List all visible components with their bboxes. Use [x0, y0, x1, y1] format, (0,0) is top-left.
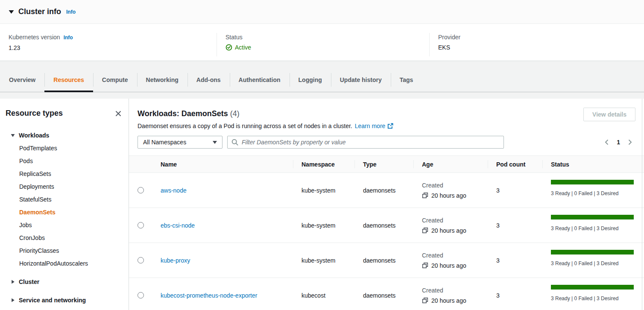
status-summary: 3 Ready | 0 Failed | 3 Desired: [551, 190, 618, 197]
tab-resources[interactable]: Resources: [44, 68, 93, 92]
row-radio-button[interactable]: [138, 222, 144, 228]
kubernetes-version-value: 1.23: [9, 44, 217, 52]
table-row: kubecost-prometheus-node-exporter kubeco…: [129, 278, 644, 310]
tab-authentication[interactable]: Authentication: [230, 68, 290, 92]
cell-type: daemonsets: [354, 278, 413, 310]
search-icon: [231, 139, 238, 146]
caret-right-icon: [11, 280, 15, 284]
daemonset-name-link[interactable]: aws-node: [161, 187, 187, 194]
sidebar-item-priorityclasses[interactable]: PriorityClasses: [0, 244, 129, 257]
cell-age: Created 20 hours ago: [413, 243, 488, 278]
group-workloads: Workloads PodTemplates Pods ReplicaSets …: [0, 129, 129, 270]
table-header-row: Name Namespace Type Age Pod count Status: [129, 155, 644, 173]
main-panel: Workloads: DaemonSets (4) View details D…: [129, 99, 644, 310]
cluster-info-header: Cluster info Info: [0, 0, 644, 24]
group-service-networking: Service and networking: [0, 294, 129, 307]
cell-status: 3 Ready | 0 Failed | 3 Desired: [542, 208, 644, 243]
previous-page-button[interactable]: [601, 137, 612, 148]
copy-icon: [422, 192, 428, 199]
status-text: Active: [235, 43, 251, 52]
cell-pod-count: 3: [488, 278, 542, 310]
status-label: Status: [225, 33, 429, 41]
view-details-button[interactable]: View details: [583, 108, 635, 121]
row-radio-button[interactable]: [138, 257, 144, 263]
pagination: 1: [601, 137, 635, 148]
sidebar-group-workloads[interactable]: Workloads: [0, 129, 129, 142]
status-summary: 3 Ready | 0 Failed | 3 Desired: [551, 295, 618, 302]
table-title: Workloads: DaemonSets (4): [138, 108, 240, 119]
column-header-age: Age: [413, 156, 488, 173]
status-progress-bar: [551, 250, 634, 254]
tab-update-history[interactable]: Update history: [331, 68, 391, 92]
kubernetes-version-info-link[interactable]: Info: [64, 35, 73, 41]
cluster-info-title: Cluster info: [18, 7, 61, 16]
sidebar-item-cronjobs[interactable]: CronJobs: [0, 231, 129, 244]
group-cluster: Cluster: [0, 275, 129, 288]
provider-label: Provider: [438, 33, 644, 41]
cell-type: daemonsets: [354, 173, 413, 208]
row-radio-button[interactable]: [138, 187, 144, 193]
row-radio-button[interactable]: [138, 292, 144, 298]
item-counter: (4): [230, 109, 240, 118]
resource-types-title: Resource types: [6, 109, 63, 118]
next-page-button[interactable]: [624, 137, 635, 148]
tab-tags[interactable]: Tags: [391, 68, 422, 92]
resource-types-tree: Workloads PodTemplates Pods ReplicaSets …: [0, 129, 129, 307]
column-header-namespace: Namespace: [293, 156, 354, 173]
status-summary: 3 Ready | 0 Failed | 3 Desired: [551, 260, 618, 267]
workloads-items: PodTemplates Pods ReplicaSets Deployment…: [0, 142, 129, 270]
status-progress-bar: [551, 285, 634, 290]
cell-status: 3 Ready | 0 Failed | 3 Desired: [542, 243, 644, 278]
sidebar-group-service-and-networking[interactable]: Service and networking: [0, 294, 129, 307]
tab-overview[interactable]: Overview: [0, 68, 44, 92]
tab-networking[interactable]: Networking: [137, 68, 187, 92]
cell-pod-count: 3: [488, 173, 542, 208]
cell-namespace: kube-system: [293, 173, 354, 208]
daemonset-name-link[interactable]: kube-proxy: [161, 257, 190, 264]
age-value: 20 hours ago: [431, 261, 466, 270]
cell-age: Created 20 hours ago: [413, 173, 488, 208]
cell-status: 3 Ready | 0 Failed | 3 Desired: [542, 173, 644, 208]
status-summary: 3 Ready | 0 Failed | 3 Desired: [551, 225, 618, 232]
copy-icon: [422, 227, 428, 234]
collapse-caret-icon[interactable]: [9, 9, 14, 15]
daemonset-name-link[interactable]: kubecost-prometheus-node-exporter: [161, 292, 257, 299]
age-value: 20 hours ago: [431, 191, 466, 200]
tab-compute[interactable]: Compute: [93, 68, 137, 92]
resource-types-panel: Resource types Workloads PodTemplates Po…: [0, 99, 129, 310]
sidebar-item-podtemplates[interactable]: PodTemplates: [0, 142, 129, 155]
table-description: Daemonset ensures a copy of a Pod is run…: [138, 122, 635, 131]
page-number[interactable]: 1: [612, 139, 624, 146]
tab-add-ons[interactable]: Add-ons: [187, 68, 230, 92]
tab-logging[interactable]: Logging: [290, 68, 331, 92]
cell-namespace: kubecost: [293, 278, 354, 310]
field-provider: Provider EKS: [429, 33, 644, 56]
select-caret-icon: [213, 141, 217, 144]
caret-right-icon: [11, 298, 15, 302]
status-progress-bar: [551, 180, 634, 184]
sidebar-item-deployments[interactable]: Deployments: [0, 180, 129, 193]
content-area: Resource types Workloads PodTemplates Po…: [0, 99, 644, 310]
table-row: ebs-csi-node kube-system daemonsets Crea…: [129, 208, 644, 243]
close-icon[interactable]: [114, 109, 123, 118]
daemonset-name-link[interactable]: ebs-csi-node: [161, 222, 195, 229]
learn-more-link[interactable]: Learn more: [355, 123, 386, 129]
cluster-info-info-link[interactable]: Info: [66, 9, 76, 15]
sidebar-group-cluster[interactable]: Cluster: [0, 275, 129, 288]
cell-status: 3 Ready | 0 Failed | 3 Desired: [542, 278, 644, 310]
sidebar-item-daemonsets[interactable]: DaemonSets: [0, 206, 129, 219]
sidebar-item-pods[interactable]: Pods: [0, 155, 129, 167]
sidebar-item-jobs[interactable]: Jobs: [0, 219, 129, 231]
search-input[interactable]: [242, 139, 500, 146]
table-row: kube-proxy kube-system daemonsets Create…: [129, 243, 644, 278]
header-select: [129, 156, 152, 173]
daemonsets-table: Name Namespace Type Age Pod count Status…: [129, 155, 644, 310]
namespace-filter-select[interactable]: All Namespaces: [138, 136, 222, 149]
cluster-fields: Kubernetes versionInfo 1.23 Status Activ…: [0, 24, 644, 61]
column-header-type: Type: [354, 156, 413, 173]
filter-search: [227, 136, 504, 149]
sidebar-item-replicasets[interactable]: ReplicaSets: [0, 167, 129, 180]
sidebar-item-horizontalpodautoscalers[interactable]: HorizontalPodAutoscalers: [0, 257, 129, 270]
cell-type: daemonsets: [354, 208, 413, 243]
sidebar-item-statefulsets[interactable]: StatefulSets: [0, 193, 129, 206]
